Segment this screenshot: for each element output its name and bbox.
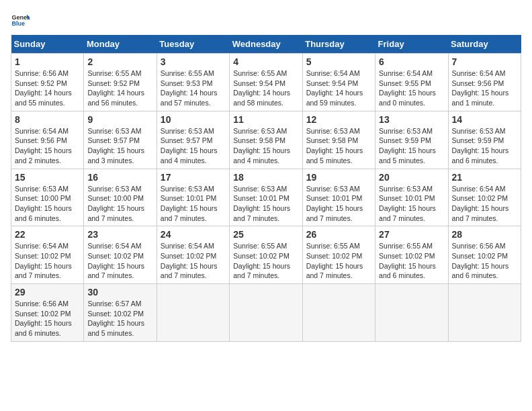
day-number: 12 (306, 114, 371, 125)
day-number: 19 (306, 172, 371, 183)
day-number: 8 (15, 114, 80, 125)
week-row-1: 8Sunrise: 6:54 AMSunset: 9:56 PMDaylight… (11, 111, 521, 169)
week-row-4: 29Sunrise: 6:56 AMSunset: 10:02 PMDaylig… (11, 284, 521, 342)
day-info: Sunrise: 6:54 AMSunset: 9:55 PMDaylight:… (379, 68, 444, 108)
col-header-tuesday: Tuesday (157, 35, 229, 54)
day-number: 13 (379, 114, 444, 125)
day-cell: 5Sunrise: 6:54 AMSunset: 9:54 PMDaylight… (302, 54, 375, 111)
day-number: 29 (15, 287, 80, 298)
day-info: Sunrise: 6:56 AMSunset: 9:52 PMDaylight:… (15, 68, 80, 108)
col-header-monday: Monday (84, 35, 157, 54)
day-cell: 2Sunrise: 6:55 AMSunset: 9:52 PMDaylight… (84, 54, 157, 111)
day-info: Sunrise: 6:54 AMSunset: 9:54 PMDaylight:… (306, 68, 371, 108)
day-number: 6 (379, 56, 444, 67)
day-number: 30 (87, 287, 152, 298)
header-row: SundayMondayTuesdayWednesdayThursdayFrid… (11, 35, 521, 54)
day-cell: 29Sunrise: 6:56 AMSunset: 10:02 PMDaylig… (11, 284, 84, 342)
day-info: Sunrise: 6:57 AMSunset: 10:02 PMDaylight… (87, 299, 152, 338)
day-info: Sunrise: 6:55 AMSunset: 9:52 PMDaylight:… (87, 68, 152, 108)
day-number: 11 (233, 114, 298, 125)
day-info: Sunrise: 6:54 AMSunset: 10:02 PMDaylight… (87, 241, 152, 281)
day-info: Sunrise: 6:53 AMSunset: 9:59 PMDaylight:… (379, 126, 444, 166)
day-info: Sunrise: 6:55 AMSunset: 9:54 PMDaylight:… (233, 68, 298, 108)
day-number: 16 (87, 172, 152, 183)
day-number: 22 (15, 229, 80, 240)
day-number: 21 (452, 172, 517, 183)
day-info: Sunrise: 6:53 AMSunset: 10:01 PMDaylight… (379, 184, 444, 224)
svg-text:Blue: Blue (11, 20, 25, 27)
day-info: Sunrise: 6:54 AMSunset: 9:56 PMDaylight:… (452, 68, 517, 108)
day-number: 7 (452, 56, 517, 67)
day-cell (448, 284, 521, 342)
day-cell: 12Sunrise: 6:53 AMSunset: 9:58 PMDayligh… (302, 111, 375, 169)
day-number: 27 (379, 229, 444, 240)
day-info: Sunrise: 6:54 AMSunset: 9:56 PMDaylight:… (15, 126, 80, 166)
day-cell: 3Sunrise: 6:55 AMSunset: 9:53 PMDaylight… (157, 54, 229, 111)
day-number: 25 (233, 229, 298, 240)
day-cell: 1Sunrise: 6:56 AMSunset: 9:52 PMDaylight… (11, 54, 84, 111)
day-cell: 21Sunrise: 6:54 AMSunset: 10:02 PMDaylig… (448, 169, 521, 226)
day-info: Sunrise: 6:55 AMSunset: 10:02 PMDaylight… (306, 241, 371, 281)
day-cell: 15Sunrise: 6:53 AMSunset: 10:00 PMDaylig… (11, 169, 84, 226)
day-cell: 18Sunrise: 6:53 AMSunset: 10:01 PMDaylig… (230, 169, 302, 226)
day-cell: 23Sunrise: 6:54 AMSunset: 10:02 PMDaylig… (84, 226, 157, 284)
col-header-friday: Friday (375, 35, 448, 54)
day-number: 18 (233, 172, 298, 183)
day-number: 28 (452, 229, 517, 240)
day-cell: 24Sunrise: 6:54 AMSunset: 10:02 PMDaylig… (157, 226, 229, 284)
day-number: 2 (87, 56, 152, 67)
day-info: Sunrise: 6:53 AMSunset: 10:01 PMDaylight… (306, 184, 371, 224)
day-info: Sunrise: 6:53 AMSunset: 10:01 PMDaylight… (161, 184, 226, 224)
day-info: Sunrise: 6:56 AMSunset: 10:02 PMDaylight… (15, 299, 80, 338)
day-cell: 19Sunrise: 6:53 AMSunset: 10:01 PMDaylig… (302, 169, 375, 226)
logo-icon: General Blue (11, 11, 30, 30)
day-number: 1 (15, 56, 80, 67)
col-header-thursday: Thursday (302, 35, 375, 54)
day-info: Sunrise: 6:54 AMSunset: 10:02 PMDaylight… (161, 241, 226, 281)
day-cell: 11Sunrise: 6:53 AMSunset: 9:58 PMDayligh… (230, 111, 302, 169)
day-number: 9 (87, 114, 152, 125)
day-cell: 17Sunrise: 6:53 AMSunset: 10:01 PMDaylig… (157, 169, 229, 226)
day-cell: 26Sunrise: 6:55 AMSunset: 10:02 PMDaylig… (302, 226, 375, 284)
day-number: 17 (161, 172, 226, 183)
day-cell: 6Sunrise: 6:54 AMSunset: 9:55 PMDaylight… (375, 54, 448, 111)
day-info: Sunrise: 6:55 AMSunset: 9:53 PMDaylight:… (161, 68, 226, 108)
day-number: 23 (87, 229, 152, 240)
day-number: 15 (15, 172, 80, 183)
day-info: Sunrise: 6:53 AMSunset: 9:58 PMDaylight:… (233, 126, 298, 166)
day-number: 24 (161, 229, 226, 240)
header: General Blue (11, 11, 521, 30)
day-cell (375, 284, 448, 342)
col-header-saturday: Saturday (448, 35, 521, 54)
calendar-table: SundayMondayTuesdayWednesdayThursdayFrid… (11, 35, 521, 342)
day-cell: 9Sunrise: 6:53 AMSunset: 9:57 PMDaylight… (84, 111, 157, 169)
col-header-wednesday: Wednesday (230, 35, 302, 54)
day-number: 26 (306, 229, 371, 240)
day-cell: 22Sunrise: 6:54 AMSunset: 10:02 PMDaylig… (11, 226, 84, 284)
day-info: Sunrise: 6:53 AMSunset: 10:00 PMDaylight… (87, 184, 152, 224)
day-cell: 28Sunrise: 6:56 AMSunset: 10:02 PMDaylig… (448, 226, 521, 284)
day-cell: 14Sunrise: 6:53 AMSunset: 9:59 PMDayligh… (448, 111, 521, 169)
day-cell (230, 284, 302, 342)
day-cell: 30Sunrise: 6:57 AMSunset: 10:02 PMDaylig… (84, 284, 157, 342)
day-info: Sunrise: 6:53 AMSunset: 10:00 PMDaylight… (15, 184, 80, 224)
day-cell: 27Sunrise: 6:55 AMSunset: 10:02 PMDaylig… (375, 226, 448, 284)
week-row-3: 22Sunrise: 6:54 AMSunset: 10:02 PMDaylig… (11, 226, 521, 284)
day-number: 5 (306, 56, 371, 67)
week-row-0: 1Sunrise: 6:56 AMSunset: 9:52 PMDaylight… (11, 54, 521, 111)
day-number: 20 (379, 172, 444, 183)
day-number: 10 (161, 114, 226, 125)
day-info: Sunrise: 6:53 AMSunset: 9:57 PMDaylight:… (87, 126, 152, 166)
day-number: 3 (161, 56, 226, 67)
week-row-2: 15Sunrise: 6:53 AMSunset: 10:00 PMDaylig… (11, 169, 521, 226)
day-info: Sunrise: 6:55 AMSunset: 10:02 PMDaylight… (233, 241, 298, 281)
day-info: Sunrise: 6:54 AMSunset: 10:02 PMDaylight… (15, 241, 80, 281)
day-cell: 10Sunrise: 6:53 AMSunset: 9:57 PMDayligh… (157, 111, 229, 169)
day-cell: 13Sunrise: 6:53 AMSunset: 9:59 PMDayligh… (375, 111, 448, 169)
day-cell: 25Sunrise: 6:55 AMSunset: 10:02 PMDaylig… (230, 226, 302, 284)
day-cell (157, 284, 229, 342)
day-info: Sunrise: 6:53 AMSunset: 9:58 PMDaylight:… (306, 126, 371, 166)
day-info: Sunrise: 6:53 AMSunset: 9:59 PMDaylight:… (452, 126, 517, 166)
day-cell: 4Sunrise: 6:55 AMSunset: 9:54 PMDaylight… (230, 54, 302, 111)
day-number: 4 (233, 56, 298, 67)
